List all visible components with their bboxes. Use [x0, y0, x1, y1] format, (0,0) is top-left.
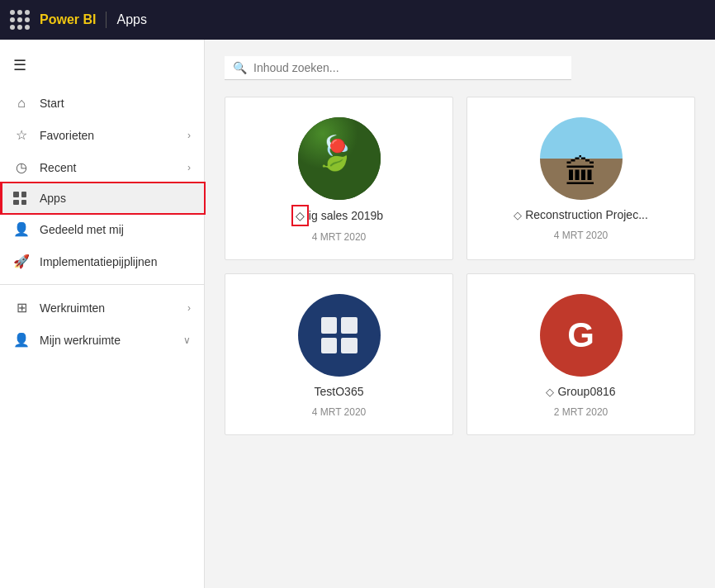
search-bar: 🔍 [225, 56, 571, 80]
app-date-group0816: 2 MRT 2020 [554, 406, 608, 418]
sidebar-divider [0, 284, 204, 285]
chevron-right-icon: › [187, 162, 191, 173]
powerbi-logo: Power BI [40, 12, 96, 27]
app-name-reconstruction: ◇ Reconstruction Projec... [514, 208, 648, 221]
hamburger-button[interactable]: ☰ [0, 46, 204, 84]
main-layout: ☰ ⌂ Start ☆ Favorieten › ◷ Recent › Apps [0, 40, 715, 588]
topbar: Power BI Apps [0, 0, 715, 40]
app-card-fig-sales[interactable]: ◇ ig sales 2019b 4 MRT 2020 [225, 97, 453, 260]
app-avatar-recon [540, 117, 623, 200]
app-label-testo365: TestO365 [315, 385, 364, 398]
group-avatar-letter: G [567, 315, 594, 355]
app-card-group0816[interactable]: G ◇ Group0816 2 MRT 2020 [466, 273, 695, 435]
app-date-fig-sales: 4 MRT 2020 [312, 231, 367, 243]
sidebar-label-mijn-werkruimte: Mijn werkruimte [40, 334, 121, 347]
sidebar-item-mijn-werkruimte[interactable]: 👤 Mijn werkruimte ∨ [0, 324, 204, 356]
main-content: 🔍 ◇ ig sales 2019b 4 MRT 2020 [205, 40, 715, 588]
sidebar-item-start[interactable]: ⌂ Start [0, 88, 204, 119]
sidebar-label-start: Start [40, 97, 64, 110]
diamond-icon: ◇ [514, 209, 522, 221]
clock-icon: ◷ [13, 159, 30, 175]
app-date-testo365: 4 MRT 2020 [312, 406, 367, 418]
sidebar-label-apps: Apps [40, 192, 66, 205]
fig-avatar-image [298, 117, 381, 200]
app-name-testo365: TestO365 [315, 385, 364, 398]
person-icon: 👤 [13, 332, 30, 348]
app-label-fig-sales: ig sales 2019b [309, 209, 383, 222]
topbar-page-title: Apps [116, 12, 146, 27]
search-input[interactable] [253, 61, 563, 74]
chevron-down-icon: ∨ [183, 334, 191, 346]
brand-logo: Power BI [40, 12, 96, 27]
sidebar-label-favorieten: Favorieten [40, 129, 94, 142]
star-icon: ☆ [13, 127, 30, 143]
recon-avatar-image [540, 117, 623, 200]
person-share-icon: 👤 [13, 221, 30, 237]
workspace-icon: ⊞ [13, 300, 30, 315]
apps-grid-icon [13, 192, 30, 205]
rocket-icon: 🚀 [13, 254, 30, 269]
app-card-testo365[interactable]: TestO365 4 MRT 2020 [225, 273, 453, 435]
app-avatar-testo [298, 294, 381, 377]
sidebar: ☰ ⌂ Start ☆ Favorieten › ◷ Recent › Apps [0, 40, 205, 588]
sidebar-item-favorieten[interactable]: ☆ Favorieten › [0, 119, 204, 151]
app-grid: ◇ ig sales 2019b 4 MRT 2020 ◇ Reconstruc… [225, 97, 695, 435]
home-icon: ⌂ [13, 96, 30, 111]
search-icon: 🔍 [233, 61, 247, 74]
powerbi-grid-icon [321, 317, 358, 353]
sidebar-label-recent: Recent [40, 161, 76, 174]
app-card-reconstruction[interactable]: ◇ Reconstruction Projec... 4 MRT 2020 [466, 97, 695, 260]
app-avatar-fig [298, 117, 381, 200]
topbar-divider [106, 12, 107, 28]
sidebar-item-implementatie[interactable]: 🚀 Implementatiepijplijnen [0, 245, 204, 277]
sidebar-item-apps[interactable]: Apps [0, 183, 204, 213]
app-name-fig-sales: ◇ ig sales 2019b [295, 208, 383, 223]
app-label-reconstruction: Reconstruction Projec... [525, 208, 648, 221]
sidebar-item-recent[interactable]: ◷ Recent › [0, 151, 204, 183]
chevron-right-icon: › [187, 130, 191, 141]
app-avatar-group: G [540, 294, 623, 377]
sidebar-label-werkruimten: Werkruimten [40, 301, 105, 315]
app-date-reconstruction: 4 MRT 2020 [554, 230, 608, 241]
chevron-right-icon: › [187, 302, 191, 314]
sidebar-label-implementatie: Implementatiepijplijnen [40, 255, 157, 268]
diamond-icon: ◇ [295, 208, 305, 223]
app-name-group0816: ◇ Group0816 [546, 385, 615, 398]
sidebar-label-gedeeld: Gedeeld met mij [40, 223, 124, 236]
sidebar-item-werkruimten[interactable]: ⊞ Werkruimten › [0, 292, 204, 324]
diamond-icon: ◇ [546, 386, 554, 398]
sidebar-item-gedeeld[interactable]: 👤 Gedeeld met mij [0, 213, 204, 245]
app-launcher-button[interactable] [10, 10, 30, 30]
app-label-group0816: Group0816 [557, 385, 615, 398]
